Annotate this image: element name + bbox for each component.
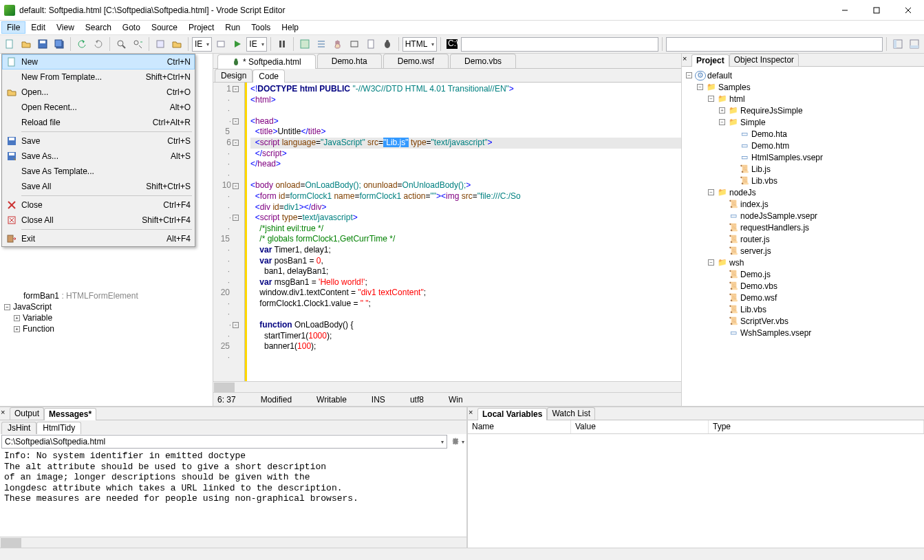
- code-content[interactable]: <!DOCTYPE html PUBLIC "-//W3C//DTD HTML …: [245, 83, 681, 381]
- toolbar-pause-icon[interactable]: [275, 36, 290, 52]
- project-tree-item[interactable]: 📜Demo.wsf: [683, 292, 923, 303]
- project-tree-item[interactable]: ▭HtmlSamples.vsepr: [683, 151, 923, 163]
- collapse-icon[interactable]: −: [697, 84, 703, 90]
- expand-icon[interactable]: +: [719, 107, 725, 114]
- messages-body[interactable]: Info: No system identifier in emitted do…: [0, 449, 466, 537]
- file-tab[interactable]: Demo.vbs: [450, 54, 516, 68]
- horizontal-scrollbar[interactable]: [0, 537, 466, 548]
- toolbar-list-icon[interactable]: [314, 36, 329, 52]
- project-tree-item[interactable]: 📜server.js: [683, 245, 923, 257]
- menu-search[interactable]: Search: [80, 21, 117, 34]
- toolbar-browser1-select[interactable]: IE▾: [192, 37, 212, 52]
- toolbar-search-input[interactable]: [461, 37, 658, 52]
- menuitem-save-as-template-[interactable]: Save As Template...: [2, 164, 195, 179]
- collapse-icon[interactable]: −: [708, 189, 714, 195]
- maximize-button[interactable]: [861, 0, 892, 21]
- menuitem-exit[interactable]: ExitAlt+F4: [2, 231, 195, 246]
- menuitem-open-recent-[interactable]: Open Recent...Alt+O: [2, 100, 195, 115]
- project-tree-item[interactable]: −📁Simple: [683, 116, 923, 128]
- toolbar-rect-icon[interactable]: [347, 36, 362, 52]
- horizontal-scrollbar[interactable]: [213, 381, 681, 392]
- tree-item[interactable]: formBan1 : HTMLFormElement: [23, 291, 138, 301]
- menu-goto[interactable]: Goto: [117, 21, 146, 34]
- toolbar-goto-input[interactable]: [666, 37, 883, 52]
- menu-edit[interactable]: Edit: [25, 21, 51, 34]
- project-tree-item[interactable]: ▭WshSamples.vsepr: [683, 327, 923, 338]
- menu-help[interactable]: Help: [276, 21, 304, 34]
- subtab-jshint[interactable]: JsHint: [1, 422, 36, 434]
- project-tree-item[interactable]: −📁Samples: [683, 81, 923, 93]
- file-path-combo[interactable]: C:\Softpedia\Softpedia.html▾: [1, 435, 447, 449]
- toolbar-hand-icon[interactable]: [330, 36, 345, 52]
- close-icon[interactable]: ×: [469, 408, 473, 416]
- project-tree-item[interactable]: −📁nodeJs: [683, 186, 923, 198]
- tab-project[interactable]: Project: [691, 54, 729, 67]
- toolbar-config-icon[interactable]: [153, 36, 168, 52]
- col-name[interactable]: Name: [468, 420, 571, 433]
- tab-object-inspector[interactable]: Object Inspector: [729, 54, 799, 66]
- project-tree-item[interactable]: 📜Demo.js: [683, 268, 923, 280]
- menu-file[interactable]: File: [1, 21, 25, 34]
- col-value[interactable]: Value: [571, 420, 709, 433]
- close-icon[interactable]: ×: [1, 408, 5, 416]
- toolbar-searchnext-icon[interactable]: [130, 36, 145, 52]
- project-tree-item[interactable]: −⚙default: [683, 69, 923, 81]
- tree-group[interactable]: Function: [23, 324, 54, 334]
- toolbar-icon1[interactable]: [213, 36, 228, 52]
- tab-watch-list[interactable]: Watch List: [547, 407, 595, 420]
- toolbar-form-icon[interactable]: [297, 36, 312, 52]
- toolbar-open-icon[interactable]: [19, 36, 34, 52]
- project-tree-item[interactable]: ▭Demo.htm: [683, 140, 923, 151]
- project-tree-item[interactable]: ▭Demo.hta: [683, 128, 923, 140]
- menuitem-save-all[interactable]: Save AllShift+Ctrl+S: [2, 179, 195, 194]
- toolbar-browser2-select[interactable]: IE▾: [246, 37, 266, 52]
- toolbar-new-icon[interactable]: [2, 36, 17, 52]
- toolbar-redo-icon[interactable]: [91, 36, 106, 52]
- file-tab[interactable]: Demo.wsf: [383, 54, 449, 68]
- project-tree-item[interactable]: ▭nodeJsSample.vsepr: [683, 210, 923, 222]
- project-tree-item[interactable]: +📁RequireJsSimple: [683, 105, 923, 116]
- collapse-icon[interactable]: −: [708, 96, 714, 102]
- code-editor[interactable]: 1-···-56-···10-···-·15····20···-·25· <!D…: [213, 83, 681, 381]
- project-tree-item[interactable]: 📜ScriptVer.vbs: [683, 315, 923, 327]
- toolbar-lang-select[interactable]: HTML▾: [402, 37, 438, 52]
- menuitem-save[interactable]: SaveCtrl+S: [2, 133, 195, 149]
- menu-view[interactable]: View: [51, 21, 80, 34]
- toolbar-doc-icon[interactable]: [363, 36, 378, 52]
- minimize-button[interactable]: [829, 0, 861, 21]
- menu-tools[interactable]: Tools: [246, 21, 276, 34]
- subtab-htmltidy[interactable]: HtmlTidy: [36, 422, 81, 434]
- expand-icon[interactable]: +: [14, 315, 20, 321]
- menuitem-reload-file[interactable]: Reload fileCtrl+Alt+R: [2, 115, 195, 130]
- toolbar-search-icon[interactable]: [114, 36, 129, 52]
- collapse-icon[interactable]: −: [4, 304, 10, 310]
- menu-run[interactable]: Run: [219, 21, 246, 34]
- menu-project[interactable]: Project: [183, 21, 219, 34]
- tree-group[interactable]: JavaScript: [13, 302, 52, 312]
- collapse-icon[interactable]: −: [708, 259, 714, 266]
- toolbar-folder-icon[interactable]: [169, 36, 184, 52]
- project-tree-item[interactable]: 📜Lib.js: [683, 163, 923, 175]
- project-tree-item[interactable]: 📜Lib.vbs: [683, 303, 923, 315]
- menu-source[interactable]: Source: [146, 21, 183, 34]
- tab-code[interactable]: Code: [253, 69, 285, 83]
- menuitem-save-as-[interactable]: Save As...Alt+S: [2, 149, 195, 164]
- project-tree-item[interactable]: 📜requestHandlers.js: [683, 222, 923, 233]
- toolbar-saveall-icon[interactable]: [52, 36, 67, 52]
- tab-messages[interactable]: Messages*: [44, 408, 96, 420]
- file-tab[interactable]: Demo.hta: [317, 54, 382, 68]
- toolbar-undo-icon[interactable]: [74, 36, 89, 52]
- menuitem-close[interactable]: CloseCtrl+F4: [2, 197, 195, 213]
- project-tree-item[interactable]: 📜Lib.vbs: [683, 175, 923, 186]
- project-tree-item[interactable]: −📁wsh: [683, 257, 923, 268]
- menuitem-close-all[interactable]: Close AllShift+Ctrl+F4: [2, 213, 195, 228]
- toolbar-panel2-icon[interactable]: [907, 36, 922, 52]
- expand-icon[interactable]: +: [14, 326, 20, 332]
- project-tree-item[interactable]: 📜index.js: [683, 198, 923, 210]
- file-tab[interactable]: * Softpedia.html: [217, 54, 316, 69]
- col-type[interactable]: Type: [709, 420, 924, 433]
- close-window-button[interactable]: [892, 0, 924, 21]
- tree-group[interactable]: Variable: [23, 313, 52, 323]
- toolbar-cmd-icon[interactable]: C:\: [444, 36, 460, 52]
- toolbar-panel1-icon[interactable]: [890, 36, 905, 52]
